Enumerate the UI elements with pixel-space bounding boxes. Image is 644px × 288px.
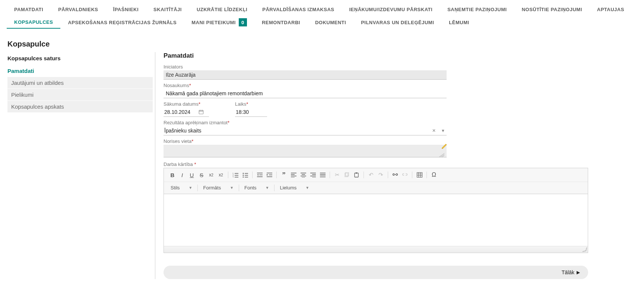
- tab-mani-pieteikumi-label: MANI PIETEIKUMI: [191, 20, 236, 25]
- label-iniciators: Iniciators: [164, 64, 637, 70]
- rte-sep: [276, 172, 277, 178]
- required-darba-kartiba: *: [194, 161, 196, 167]
- label-laiks-text: Laiks: [235, 101, 246, 107]
- field-rezultata: Rezultāta aprēķinam izmantot* Īpašnieku …: [164, 120, 637, 135]
- rte-blockquote-icon[interactable]: ”: [279, 170, 289, 179]
- label-nosaukums: Nosaukums*: [164, 83, 637, 88]
- rte-bold-icon[interactable]: B: [168, 170, 177, 179]
- label-sakuma-datums: Sākuma datums*: [164, 101, 209, 107]
- rte-outdent-icon[interactable]: [255, 170, 264, 179]
- page-title: Kopsapulce: [0, 29, 644, 52]
- tab-pamatdati[interactable]: PAMATDATI: [7, 4, 51, 15]
- rte-unordered-list-icon[interactable]: [240, 170, 250, 179]
- tab-apsekosanas-zurnals[interactable]: APSEKOŠANAS REĢISTRĀCIJAS ŽURNĀLS: [60, 17, 184, 28]
- rte-combo-fonts[interactable]: Fonts ▼: [241, 184, 272, 191]
- tab-pilnvaras-delegejumi[interactable]: PILNVARAS UN DELEĢĒJUMI: [353, 17, 441, 28]
- rte-combo-fonts-label: Fonts: [244, 185, 257, 191]
- required-nosaukums: *: [189, 83, 191, 88]
- sidebar-item-jautajumi[interactable]: Jautājumi un atbildes: [7, 77, 153, 89]
- rte-indent-icon[interactable]: [264, 170, 274, 179]
- main-tabs: PAMATDATI PĀRVALDNIEKS ĪPAŠNIEKI SKAITĪT…: [0, 0, 644, 29]
- label-norises-vieta-text: Norises vieta: [164, 138, 191, 144]
- rte-sep: [197, 185, 198, 191]
- label-nosaukums-text: Nosaukums: [164, 83, 189, 88]
- label-darba-kartiba: Darba kārtība *: [164, 161, 637, 167]
- field-darba-kartiba: Darba kārtība * B I U S x2 x2 123: [164, 161, 637, 253]
- rte-sep: [330, 172, 330, 178]
- rte-combo-formats[interactable]: Formāts ▼: [200, 184, 237, 191]
- sidebar-item-apskats[interactable]: Kopsapulces apskats: [7, 101, 153, 113]
- form-panel: Pamatdati Iniciators Ilze Auzarāja Nosau…: [155, 52, 637, 279]
- tab-remontdarbi[interactable]: REMONTDARBI: [254, 17, 308, 28]
- tab-mani-pieteikumi-badge: 0: [239, 18, 247, 26]
- select-rezultata-clear-icon[interactable]: ✕: [431, 128, 437, 133]
- rte-special-char-icon[interactable]: Ω: [429, 170, 439, 179]
- tab-parvaldisanas-izmaksas[interactable]: PĀRVALDĪŠANAS IZMAKSAS: [255, 4, 342, 15]
- tab-ipasnieki[interactable]: ĪPAŠNIEKI: [106, 4, 146, 15]
- rte-subscript-icon[interactable]: x2: [206, 170, 216, 179]
- rte-align-justify-icon[interactable]: [318, 170, 327, 179]
- pencil-icon[interactable]: [441, 143, 448, 149]
- tab-parvaldnieks[interactable]: PĀRVALDNIEKS: [51, 4, 105, 15]
- rte-table-icon[interactable]: [415, 170, 424, 179]
- label-sakuma-datums-text: Sākuma datums: [164, 101, 199, 107]
- panel-title: Pamatdati: [164, 52, 637, 60]
- rte-combo-lielums[interactable]: Lielums ▼: [277, 184, 312, 191]
- rte-sep: [426, 172, 427, 178]
- rte-undo-icon: ↶: [366, 170, 376, 179]
- required-rezultata: *: [228, 120, 229, 125]
- tab-ienakumu-izdevumu[interactable]: IEŅĀKUMU/IZDEVUMU PĀRSKATI: [342, 4, 440, 15]
- rte-ordered-list-icon[interactable]: 123: [231, 170, 240, 179]
- sidebar-item-pamatdati[interactable]: Pamatdati: [7, 65, 153, 77]
- rte-footer-resize-icon[interactable]: [164, 246, 588, 253]
- rte-italic-icon[interactable]: I: [177, 170, 187, 179]
- tab-skaititaji[interactable]: SKAITĪTĀJI: [146, 4, 189, 15]
- rte-align-left-icon[interactable]: [289, 170, 298, 179]
- chevron-down-icon: ▼: [305, 186, 309, 190]
- input-sakuma-datums[interactable]: [164, 108, 199, 116]
- rte-superscript-icon[interactable]: x2: [216, 170, 226, 179]
- tab-lemumi[interactable]: LĒMUMI: [441, 17, 476, 28]
- label-darba-kartiba-text: Darba kārtība: [164, 161, 194, 167]
- rte-align-right-icon[interactable]: [308, 170, 318, 179]
- tab-kopsapulces[interactable]: KOPSAPULCES: [7, 16, 60, 29]
- input-laiks[interactable]: [235, 108, 267, 117]
- rte-underline-icon[interactable]: U: [187, 170, 197, 179]
- tab-uzkratie-lidzekli[interactable]: UZKRĀTIE LĪDZEKĻI: [189, 4, 255, 15]
- tab-dokumenti[interactable]: DOKUMENTI: [308, 17, 353, 28]
- rte-paste-icon[interactable]: [352, 170, 361, 179]
- rte-strike-icon[interactable]: S: [197, 170, 206, 179]
- svg-rect-0: [199, 111, 203, 114]
- svg-rect-48: [417, 173, 422, 177]
- rte-sep: [228, 172, 228, 178]
- tab-sanemtie-pazinojumi[interactable]: SAŅEMTIE PAZIŅOJUMI: [440, 4, 514, 15]
- rte-cut-icon: ✂: [332, 170, 342, 179]
- tab-mani-pieteikumi[interactable]: MANI PIETEIKUMI 0: [184, 15, 254, 29]
- select-rezultata[interactable]: Īpašnieku skaits ✕ ▼: [164, 126, 447, 135]
- rte-sep: [239, 185, 239, 191]
- sidebar: Kopsapulces saturs Pamatdati Jautājumi u…: [7, 52, 153, 279]
- calendar-icon[interactable]: [199, 109, 204, 115]
- rte-combo-stils-label: Stils: [171, 185, 180, 191]
- chevron-down-icon: ▼: [189, 186, 193, 190]
- label-norises-vieta: Norises vieta*: [164, 138, 637, 144]
- textarea-norises-vieta[interactable]: [164, 145, 447, 157]
- rte-align-center-icon[interactable]: [298, 170, 308, 179]
- tab-nosutitie-pazinojumi[interactable]: NOSŪTĪTIE PAZIŅOJUMI: [514, 4, 590, 15]
- input-nosaukums[interactable]: [164, 89, 447, 98]
- required-norises-vieta: *: [191, 138, 193, 144]
- next-button[interactable]: Tālāk ▶: [562, 269, 580, 275]
- tab-aptaujas[interactable]: APTAUJAS: [590, 4, 632, 15]
- rte-combo-stils[interactable]: Stils ▼: [168, 184, 195, 191]
- svg-point-17: [242, 177, 244, 177]
- rte-link-icon[interactable]: [390, 170, 400, 179]
- rte-toolbar-1: B I U S x2 x2 123: [164, 168, 588, 182]
- svg-marker-24: [267, 174, 268, 176]
- sidebar-item-pielikumi[interactable]: Pielikumi: [7, 89, 153, 101]
- svg-point-15: [242, 175, 244, 176]
- rte-copy-icon: [342, 170, 352, 179]
- rte-content-area[interactable]: [164, 194, 588, 246]
- select-rezultata-caret-icon[interactable]: ▼: [440, 128, 447, 133]
- field-norises-vieta: Norises vieta*: [164, 138, 637, 159]
- field-laiks: Laiks*: [235, 101, 267, 117]
